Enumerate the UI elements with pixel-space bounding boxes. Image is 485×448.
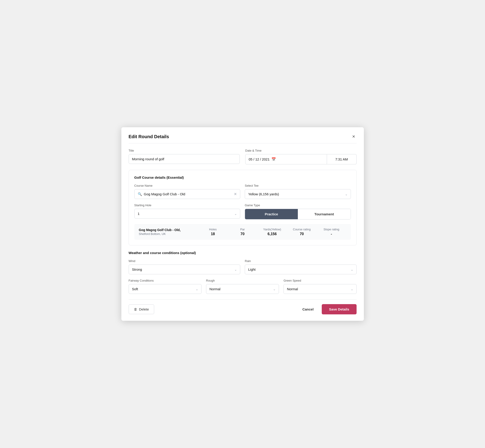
rain-select-wrap: NoneLightModerateHeavy ⌄: [245, 264, 356, 274]
date-input[interactable]: 05 / 12 / 2021 📅: [245, 154, 327, 164]
course-name-label: Course Name: [134, 184, 241, 187]
practice-button[interactable]: Practice: [245, 209, 298, 219]
course-stat-slope-rating: Slope rating -: [316, 228, 346, 236]
hole-gametype-row: Starting Hole 1234 5678 910 ⌄ Game Type …: [134, 203, 351, 219]
slope-rating-label: Slope rating: [316, 228, 346, 231]
search-icon: 🔍: [138, 192, 142, 196]
slope-rating-value: -: [316, 232, 346, 236]
rough-select-wrap: ShortNormalLong ⌄: [206, 284, 279, 294]
trash-icon: 🗑: [134, 307, 137, 311]
date-value: 05 / 12 / 2021: [249, 157, 270, 161]
wind-rain-row: Wind NoneLightModerateStrongVery Strong …: [129, 259, 356, 274]
course-tee-row: Course Name 🔍 ✕ Select Tee Yellow (6,156…: [134, 184, 351, 199]
course-stat-course-rating: Course rating 70: [287, 228, 316, 236]
cancel-button[interactable]: Cancel: [298, 304, 318, 314]
title-label: Title: [129, 149, 240, 152]
wind-label: Wind: [129, 259, 241, 263]
datetime-field-group: Date & Time 05 / 12 / 2021 📅 7:31 AM: [245, 149, 356, 164]
title-field-group: Title: [129, 149, 240, 164]
starting-hole-group: Starting Hole 1234 5678 910 ⌄: [134, 203, 241, 219]
course-name-group: Course Name 🔍 ✕: [134, 184, 241, 199]
holes-value: 18: [198, 232, 228, 236]
rain-select[interactable]: NoneLightModerateHeavy: [245, 264, 356, 274]
green-speed-label: Green Speed: [283, 279, 356, 282]
conditions-bottom-row: Fairway Conditions SoftNormalHard ⌄ Roug…: [129, 279, 356, 294]
select-tee-label: Select Tee: [245, 184, 351, 187]
game-type-label: Game Type: [245, 203, 351, 207]
fairway-group: Fairway Conditions SoftNormalHard ⌄: [129, 279, 202, 294]
game-type-toggle: Practice Tournament: [245, 209, 351, 219]
close-button[interactable]: ×: [351, 134, 356, 140]
delete-label: Delete: [139, 307, 149, 311]
course-stat-holes: Holes 18: [198, 228, 228, 236]
top-row: Title Date & Time 05 / 12 / 2021 📅 7:31 …: [129, 149, 356, 164]
tee-select[interactable]: Yellow (6,156 yards) White Red Blue: [245, 189, 351, 199]
green-speed-select[interactable]: SlowNormalFastVery Fast: [283, 284, 356, 294]
course-info-name: Gog Magog Golf Club - Old, Shelford Bott…: [139, 228, 198, 236]
golf-course-title: Golf Course details (Essential): [134, 176, 351, 179]
wind-group: Wind NoneLightModerateStrongVery Strong …: [129, 259, 241, 274]
course-stat-yards: Yards(Yellow) 6,156: [257, 228, 287, 236]
footer-right: Cancel Save Details: [298, 304, 356, 314]
select-tee-group: Select Tee Yellow (6,156 yards) White Re…: [245, 184, 351, 199]
save-button[interactable]: Save Details: [322, 304, 356, 314]
rain-label: Rain: [245, 259, 356, 263]
green-speed-select-wrap: SlowNormalFastVery Fast ⌄: [283, 284, 356, 294]
course-rating-label: Course rating: [287, 228, 316, 231]
time-input[interactable]: 7:31 AM: [327, 154, 356, 164]
conditions-title: Weather and course conditions (optional): [129, 251, 356, 255]
conditions-section: Weather and course conditions (optional)…: [129, 251, 356, 294]
green-speed-group: Green Speed SlowNormalFastVery Fast ⌄: [283, 279, 356, 294]
rough-label: Rough: [206, 279, 279, 282]
course-rating-value: 70: [287, 232, 316, 236]
course-stat-par: Par 70: [228, 228, 257, 236]
rough-group: Rough ShortNormalLong ⌄: [206, 279, 279, 294]
course-info-row: Gog Magog Golf Club - Old, Shelford Bott…: [134, 224, 351, 240]
yards-label: Yards(Yellow): [257, 228, 287, 231]
golf-course-section: Golf Course details (Essential) Course N…: [129, 170, 356, 245]
fairway-select-wrap: SoftNormalHard ⌄: [129, 284, 202, 294]
starting-hole-label: Starting Hole: [134, 203, 241, 207]
game-type-group: Game Type Practice Tournament: [245, 203, 351, 219]
course-input-wrap[interactable]: 🔍 ✕: [134, 189, 241, 199]
title-input[interactable]: [129, 154, 240, 164]
modal-header: Edit Round Details ×: [129, 134, 356, 144]
par-label: Par: [228, 228, 257, 231]
time-value: 7:31 AM: [335, 157, 348, 161]
fairway-label: Fairway Conditions: [129, 279, 202, 282]
delete-button[interactable]: 🗑 Delete: [129, 304, 154, 314]
modal-footer: 🗑 Delete Cancel Save Details: [129, 299, 356, 314]
course-info-name-title: Gog Magog Golf Club - Old,: [139, 228, 198, 232]
calendar-icon: 📅: [271, 157, 276, 161]
yards-value: 6,156: [257, 232, 287, 236]
fairway-select[interactable]: SoftNormalHard: [129, 284, 202, 294]
datetime-label: Date & Time: [245, 149, 356, 152]
course-name-input[interactable]: [144, 189, 232, 199]
rough-select[interactable]: ShortNormalLong: [206, 284, 279, 294]
rain-group: Rain NoneLightModerateHeavy ⌄: [245, 259, 356, 274]
modal-title: Edit Round Details: [129, 134, 169, 139]
edit-round-modal: Edit Round Details × Title Date & Time 0…: [121, 127, 364, 321]
tee-select-wrap: Yellow (6,156 yards) White Red Blue ⌄: [245, 189, 351, 199]
course-info-location: Shelford Bottom, UK: [139, 232, 198, 236]
clear-course-icon[interactable]: ✕: [234, 192, 237, 196]
wind-select-wrap: NoneLightModerateStrongVery Strong ⌄: [129, 264, 241, 274]
par-value: 70: [228, 232, 257, 236]
wind-select[interactable]: NoneLightModerateStrongVery Strong: [129, 264, 241, 274]
hole-select-wrap: 1234 5678 910 ⌄: [134, 209, 241, 218]
tournament-button[interactable]: Tournament: [298, 209, 351, 219]
holes-label: Holes: [198, 228, 228, 231]
starting-hole-select[interactable]: 1234 5678 910: [134, 209, 241, 218]
